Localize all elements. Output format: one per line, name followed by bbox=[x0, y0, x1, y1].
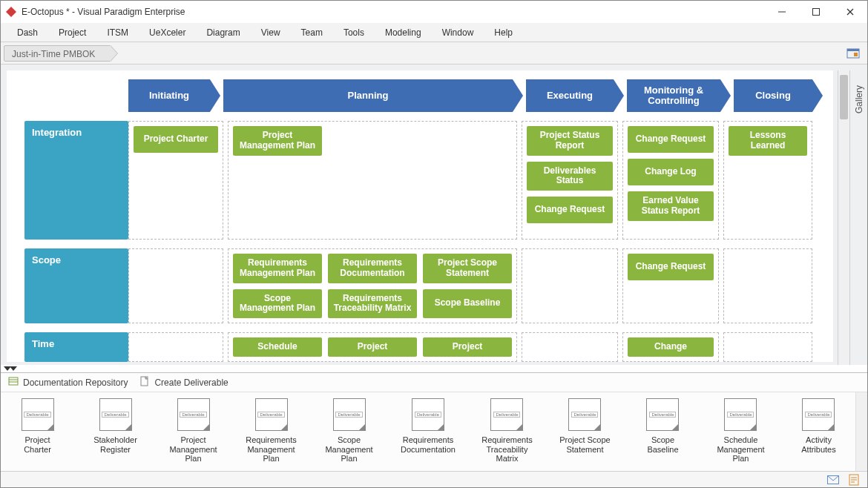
card-scope-change-request[interactable]: Change Request bbox=[628, 254, 714, 280]
card-change-request-mon[interactable]: Change Request bbox=[628, 126, 714, 153]
card-req-doc[interactable]: Requirements Documentation bbox=[328, 254, 417, 283]
card-schedule-cut[interactable]: Schedule bbox=[233, 337, 322, 357]
svg-marker-0 bbox=[6, 7, 16, 17]
card-project-status-report[interactable]: Project Status Report bbox=[527, 126, 613, 156]
phase-closing[interactable]: Closing bbox=[734, 79, 812, 112]
deliverable-label: Scope Management Plan bbox=[323, 435, 375, 464]
document-icon: Deliverable bbox=[724, 398, 757, 431]
canvas-vertical-scrollbar[interactable] bbox=[838, 70, 849, 365]
document-icon: Deliverable bbox=[412, 398, 444, 431]
phase-monitoring[interactable]: Monitoring & Controlling bbox=[627, 79, 720, 112]
card-scope-baseline[interactable]: Scope Baseline bbox=[423, 289, 512, 319]
card-lessons-learned[interactable]: Lessons Learned bbox=[729, 126, 807, 156]
card-req-trace-matrix[interactable]: Requirements Traceability Matrix bbox=[328, 289, 417, 319]
menu-help[interactable]: Help bbox=[484, 24, 523, 41]
window-title: E-Octopus * - Visual Paradigm Enterprise bbox=[22, 7, 765, 17]
phase-planning[interactable]: Planning bbox=[223, 79, 513, 112]
phase-header-row: Initiating Planning Executing Monitoring… bbox=[24, 79, 815, 112]
card-change-log[interactable]: Change Log bbox=[628, 159, 714, 185]
card-project-management-plan[interactable]: Project Management Plan bbox=[233, 126, 322, 156]
row-time: Time Schedule Project Project Change bbox=[24, 332, 815, 362]
document-icon: Deliverable bbox=[802, 398, 835, 431]
svg-rect-2 bbox=[813, 9, 820, 16]
close-button[interactable] bbox=[833, 1, 867, 23]
menu-window[interactable]: Window bbox=[432, 24, 484, 41]
deliverable-item[interactable]: Deliverable Schedule Management Plan bbox=[714, 398, 767, 464]
menu-team[interactable]: Team bbox=[291, 24, 333, 41]
deliverable-item[interactable]: Deliverable Project Charter bbox=[11, 398, 64, 464]
gallery-tab[interactable]: Gallery bbox=[849, 70, 867, 365]
cell-integration-planning: Project Management Plan bbox=[228, 121, 517, 240]
cell-time-monitoring: Change bbox=[622, 332, 719, 362]
card-earned-value[interactable]: Earned Value Status Report bbox=[628, 191, 714, 221]
card-time-change-cut[interactable]: Change bbox=[628, 337, 714, 357]
documentation-repository-label: Documentation Repository bbox=[23, 377, 128, 388]
deliverable-label: Scope Baseline bbox=[637, 435, 689, 454]
document-icon: Deliverable bbox=[333, 398, 366, 431]
row-integration: Integration Project Charter Project Mana… bbox=[24, 121, 815, 240]
status-bar bbox=[1, 471, 867, 487]
row-label-integration[interactable]: Integration bbox=[24, 121, 128, 240]
row-scope: Scope Requirements Management Plan Requi… bbox=[24, 248, 815, 323]
note-icon[interactable] bbox=[848, 474, 860, 486]
card-change-request-exec[interactable]: Change Request bbox=[527, 197, 613, 223]
svg-rect-8 bbox=[9, 377, 18, 385]
deliverable-label: Stakeholder Register bbox=[89, 435, 142, 454]
menu-diagram[interactable]: Diagram bbox=[196, 24, 250, 41]
card-scope-mgmt-plan[interactable]: Scope Management Plan bbox=[233, 289, 322, 319]
menubar: Dash Project ITSM UeXceler Diagram View … bbox=[1, 23, 867, 42]
menu-view[interactable]: View bbox=[251, 24, 291, 41]
document-icon: Deliverable bbox=[568, 398, 601, 431]
deliverables-panel: Documentation Repository Create Delivera… bbox=[1, 372, 867, 471]
mail-icon[interactable] bbox=[827, 474, 839, 486]
breadcrumb[interactable]: Just-in-Time PMBOK bbox=[4, 45, 111, 62]
menu-dash[interactable]: Dash bbox=[7, 24, 48, 41]
deliverable-item[interactable]: Deliverable Stakeholder Register bbox=[89, 398, 142, 464]
diagram-canvas[interactable]: Initiating Planning Executing Monitoring… bbox=[7, 70, 838, 365]
deliverable-item[interactable]: Deliverable Requirements Traceability Ma… bbox=[481, 398, 533, 464]
deliverable-label: Requirements Management Plan bbox=[245, 435, 297, 464]
deliverable-item[interactable]: Deliverable Requirements Management Plan bbox=[245, 398, 297, 464]
deliverable-item[interactable]: Deliverable Activity Attributes bbox=[792, 398, 845, 464]
cell-scope-planning: Requirements Management Plan Requirement… bbox=[228, 248, 517, 323]
deliverable-label: Activity Attributes bbox=[792, 435, 845, 454]
splitter-handle[interactable] bbox=[1, 365, 867, 372]
row-label-time[interactable]: Time bbox=[24, 332, 128, 362]
menu-uexceler[interactable]: UeXceler bbox=[139, 24, 196, 41]
row-label-scope[interactable]: Scope bbox=[24, 248, 128, 323]
card-project-cut2[interactable]: Project bbox=[423, 337, 512, 357]
documentation-repository-button[interactable]: Documentation Repository bbox=[8, 376, 128, 389]
deliverable-item[interactable]: Deliverable Project Management Plan bbox=[167, 398, 220, 464]
deliverable-label: Requirements Traceability Matrix bbox=[481, 435, 533, 464]
cell-time-initiating bbox=[128, 332, 223, 362]
svg-rect-6 bbox=[847, 49, 859, 51]
phase-executing[interactable]: Executing bbox=[526, 79, 614, 112]
menu-tools[interactable]: Tools bbox=[333, 24, 375, 41]
card-project-cut1[interactable]: Project bbox=[328, 337, 417, 357]
phase-initiating[interactable]: Initiating bbox=[128, 79, 210, 112]
breadcrumb-bar: Just-in-Time PMBOK bbox=[1, 42, 867, 65]
cell-scope-executing bbox=[522, 248, 618, 323]
create-deliverable-button[interactable]: Create Deliverable bbox=[139, 376, 228, 389]
card-scope-statement[interactable]: Project Scope Statement bbox=[423, 254, 512, 283]
create-deliverable-label: Create Deliverable bbox=[154, 377, 228, 388]
card-req-mgmt-plan[interactable]: Requirements Management Plan bbox=[233, 254, 322, 283]
maximize-button[interactable] bbox=[799, 1, 833, 23]
menu-project[interactable]: Project bbox=[48, 24, 96, 41]
cell-scope-initiating bbox=[128, 248, 223, 323]
menu-itsm[interactable]: ITSM bbox=[96, 24, 139, 41]
deliverable-item[interactable]: Deliverable Scope Baseline bbox=[637, 398, 689, 464]
deliverable-item[interactable]: Deliverable Scope Management Plan bbox=[323, 398, 375, 464]
deliverable-item[interactable]: Deliverable Requirements Documentation bbox=[401, 398, 456, 464]
deliverables-scrollbar[interactable] bbox=[855, 392, 867, 471]
menu-modeling[interactable]: Modeling bbox=[375, 24, 432, 41]
panel-settings-icon[interactable] bbox=[846, 47, 860, 60]
minimize-button[interactable] bbox=[765, 1, 799, 23]
card-project-charter[interactable]: Project Charter bbox=[134, 126, 218, 153]
card-deliverables-status[interactable]: Deliverables Status bbox=[527, 162, 613, 191]
deliverable-item[interactable]: Deliverable Project Scope Statement bbox=[559, 398, 611, 464]
document-icon: Deliverable bbox=[177, 398, 210, 431]
deliverable-label: Project Scope Statement bbox=[559, 435, 611, 454]
cell-integration-executing: Project Status Report Deliverables Statu… bbox=[522, 121, 618, 240]
document-icon: Deliverable bbox=[22, 398, 54, 431]
